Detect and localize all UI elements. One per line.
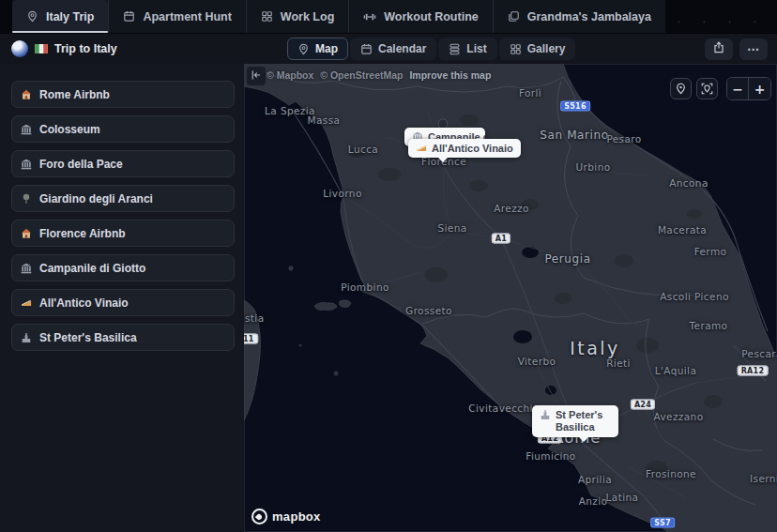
church-icon — [540, 409, 551, 420]
popup-text: St Peter's Basilica — [556, 409, 611, 433]
list-item-label: St Peter's Basilica — [39, 331, 137, 344]
tabbar-empty-area — [665, 0, 777, 33]
zoom-control: − + — [726, 77, 771, 100]
tree-icon — [21, 193, 32, 205]
list-item-label: All'Antico Vinaio — [39, 296, 129, 310]
map-attribution: © Mapbox © OpenStreetMap Improve this ma… — [267, 69, 491, 81]
zoom-out-button[interactable]: − — [727, 78, 749, 99]
view-tab-map[interactable]: Map — [287, 38, 348, 60]
workspace-tabs: Italy TripApartment HuntWork LogWorkout … — [12, 0, 665, 33]
list-item-colosseum[interactable]: Colosseum — [11, 115, 235, 143]
view-label: Map — [315, 42, 338, 55]
pin-drop-icon — [675, 83, 687, 95]
list-db-icon — [449, 43, 461, 55]
osm-attribution-link[interactable]: © OpenStreetMap — [320, 69, 403, 81]
tab-label: Grandma's Jambalaya — [527, 10, 651, 23]
map-controls: − + — [670, 77, 771, 100]
tab-label: Italy Trip — [46, 10, 94, 23]
barbell-icon — [363, 10, 376, 23]
list-item-label: Foro della Pace — [39, 158, 123, 171]
workspace-tabbar: Italy TripApartment HuntWork LogWorkout … — [0, 0, 777, 34]
page-title: Trip to Italy — [54, 42, 117, 55]
view-switcher: MapCalendarListGallery — [287, 38, 575, 60]
map-canvas[interactable]: ForlìLa SpeziaMassaLuccaFlorenceSan Mari… — [244, 64, 777, 532]
list-item-st-peter-s-basilica[interactable]: St Peter's Basilica — [11, 324, 235, 351]
list-item-label: Giardino degli Aranci — [39, 192, 153, 205]
collapse-sidebar-button[interactable] — [247, 67, 266, 85]
list-item-florence-airbnb[interactable]: Florence Airbnb — [11, 220, 235, 247]
title-group: Trip to Italy — [0, 40, 287, 57]
church-icon — [21, 332, 32, 343]
collapse-left-icon — [251, 69, 262, 84]
mapbox-logo[interactable]: mapbox — [251, 509, 321, 524]
calendar-icon — [360, 43, 373, 55]
cards-icon — [508, 10, 520, 23]
tab-label: Work Log — [281, 10, 334, 23]
sandwich-icon — [416, 143, 427, 154]
view-label: List — [466, 42, 486, 55]
bank-icon — [21, 159, 32, 170]
pin-target-icon — [701, 83, 713, 95]
view-label: Gallery — [527, 42, 566, 55]
list-item-label: Rome Airbnb — [39, 88, 110, 101]
mapbox-logo-icon — [251, 509, 267, 524]
list-item-campanile-di-giotto[interactable]: Campanile di Giotto — [11, 254, 235, 281]
sandwich-icon — [21, 297, 32, 309]
grid-icon — [510, 43, 522, 55]
list-item-label: Campanile di Giotto — [39, 262, 145, 275]
pin-icon — [26, 10, 38, 23]
view-label: Calendar — [378, 42, 426, 55]
list-item-all-antico-vinaio[interactable]: All'Antico Vinaio — [11, 289, 235, 316]
list-item-rome-airbnb[interactable]: Rome Airbnb — [11, 81, 235, 108]
tab-grandma-s-jambalaya[interactable]: Grandma's Jambalaya — [493, 0, 665, 33]
map-popup-vinaio[interactable]: All'Antico Vinaio — [408, 139, 521, 158]
share-button[interactable] — [705, 38, 733, 60]
list-item-label: Colosseum — [39, 123, 100, 136]
tab-workout-routine[interactable]: Workout Routine — [348, 0, 492, 33]
calendar-icon — [123, 10, 135, 23]
view-tab-gallery[interactable]: Gallery — [499, 38, 576, 60]
list-item-giardino-degli-aranci[interactable]: Giardino degli Aranci — [11, 185, 235, 212]
mapbox-logo-text: mapbox — [272, 509, 321, 524]
tab-apartment-hunt[interactable]: Apartment Hunt — [108, 0, 245, 33]
bank-icon — [21, 124, 32, 135]
app-window: Italy TripApartment HuntWork LogWorkout … — [0, 0, 777, 532]
toolbar: Trip to Italy MapCalendarListGallery ⋯ — [0, 34, 777, 64]
fit-bounds-button[interactable] — [696, 78, 718, 99]
list-item-foro-della-pace[interactable]: Foro della Pace — [11, 150, 235, 177]
bank-icon — [21, 263, 32, 274]
tab-label: Apartment Hunt — [143, 10, 231, 23]
view-tab-calendar[interactable]: Calendar — [350, 38, 436, 60]
italy-flag-icon — [35, 44, 48, 53]
more-button[interactable]: ⋯ — [739, 38, 768, 60]
grid-icon — [261, 10, 273, 23]
map-popup-stpeters[interactable]: St Peter's Basilica — [532, 405, 618, 437]
locate-markers-button[interactable] — [670, 78, 692, 99]
toolbar-right: ⋯ — [705, 38, 777, 60]
zoom-in-button[interactable]: + — [749, 78, 770, 99]
tab-italy-trip[interactable]: Italy Trip — [12, 0, 108, 33]
list-item-label: Florence Airbnb — [39, 227, 126, 240]
house-icon — [21, 89, 32, 100]
improve-map-link[interactable]: Improve this map — [409, 69, 491, 81]
sidebar: Rome AirbnbColosseumForo della PaceGiard… — [0, 64, 244, 532]
tab-work-log[interactable]: Work Log — [246, 0, 348, 33]
mapbox-attribution-link[interactable]: © Mapbox — [267, 69, 313, 81]
map-base-layer — [244, 64, 777, 532]
view-tab-list[interactable]: List — [438, 38, 496, 60]
workspace-avatar — [11, 40, 28, 57]
share-icon — [712, 41, 725, 57]
popup-text: All'Antico Vinaio — [432, 143, 513, 154]
tab-label: Workout Routine — [384, 10, 478, 23]
pin-icon — [297, 43, 310, 55]
house-icon — [21, 228, 32, 239]
